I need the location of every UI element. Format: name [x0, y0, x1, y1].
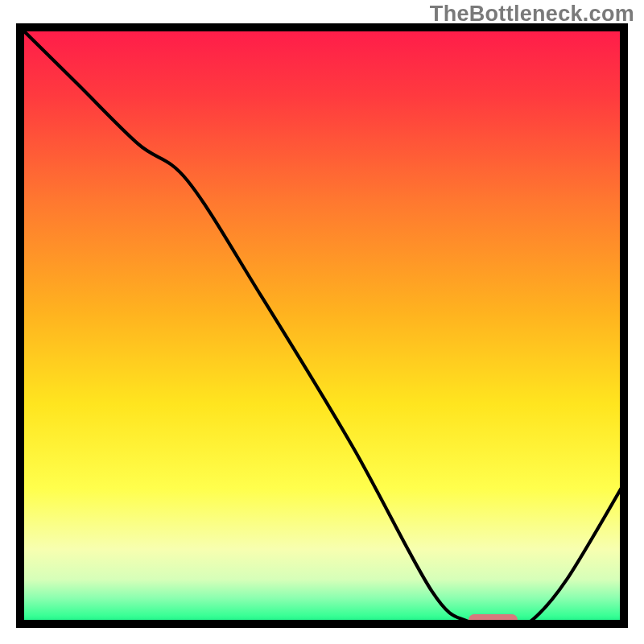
chart-frame: TheBottleneck.com [0, 0, 644, 644]
plot-area [16, 23, 628, 628]
optimal-zone-marker [469, 614, 518, 625]
bottleneck-curve [16, 23, 628, 628]
